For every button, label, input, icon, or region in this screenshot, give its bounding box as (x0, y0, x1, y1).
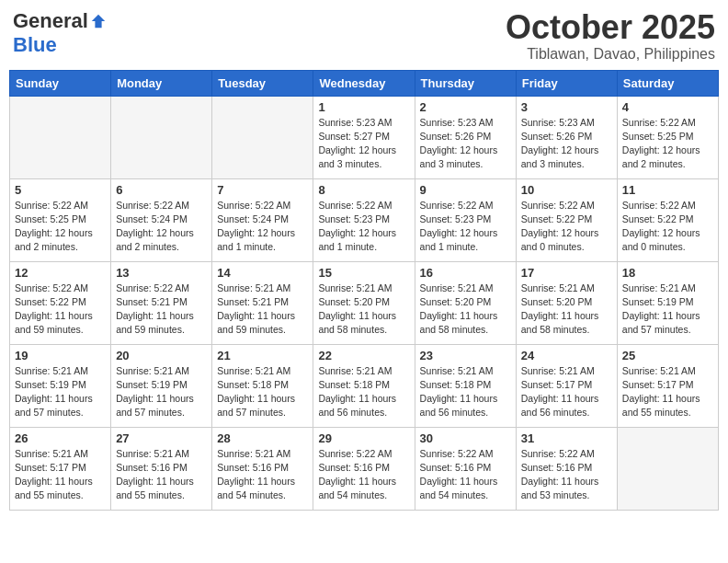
month-title: October 2025 (506, 9, 715, 46)
day-info: Sunrise: 5:21 AM Sunset: 5:18 PM Dayligh… (217, 364, 308, 420)
calendar-cell: 8Sunrise: 5:22 AM Sunset: 5:23 PM Daylig… (313, 178, 415, 261)
day-info: Sunrise: 5:23 AM Sunset: 5:26 PM Dayligh… (420, 116, 511, 172)
day-number: 29 (318, 431, 409, 445)
day-number: 8 (318, 183, 409, 197)
logo-general: General (13, 9, 88, 33)
day-info: Sunrise: 5:21 AM Sunset: 5:18 PM Dayligh… (420, 364, 511, 420)
calendar-cell: 12Sunrise: 5:22 AM Sunset: 5:22 PM Dayli… (10, 261, 111, 344)
weekday-header-row: SundayMondayTuesdayWednesdayThursdayFrid… (10, 70, 719, 96)
weekday-header: Friday (516, 70, 617, 96)
day-info: Sunrise: 5:21 AM Sunset: 5:17 PM Dayligh… (521, 364, 612, 420)
calendar-cell: 5Sunrise: 5:22 AM Sunset: 5:25 PM Daylig… (10, 178, 111, 261)
day-info: Sunrise: 5:21 AM Sunset: 5:19 PM Dayligh… (15, 364, 106, 420)
calendar-cell: 30Sunrise: 5:22 AM Sunset: 5:16 PM Dayli… (415, 427, 516, 510)
day-info: Sunrise: 5:21 AM Sunset: 5:17 PM Dayligh… (622, 364, 713, 420)
day-number: 14 (217, 266, 308, 280)
calendar-cell: 2Sunrise: 5:23 AM Sunset: 5:26 PM Daylig… (415, 96, 516, 178)
calendar-cell: 7Sunrise: 5:22 AM Sunset: 5:24 PM Daylig… (212, 178, 313, 261)
calendar-cell (617, 427, 718, 510)
week-row: 19Sunrise: 5:21 AM Sunset: 5:19 PM Dayli… (10, 344, 719, 427)
day-number: 15 (318, 266, 409, 280)
day-number: 21 (217, 349, 308, 362)
calendar-cell: 1Sunrise: 5:23 AM Sunset: 5:27 PM Daylig… (313, 96, 415, 178)
calendar-cell: 26Sunrise: 5:21 AM Sunset: 5:17 PM Dayli… (10, 427, 111, 510)
day-info: Sunrise: 5:22 AM Sunset: 5:24 PM Dayligh… (116, 199, 207, 255)
calendar-cell: 14Sunrise: 5:21 AM Sunset: 5:21 PM Dayli… (212, 261, 313, 344)
title-block: October 2025 Tiblawan, Davao, Philippine… (506, 9, 715, 63)
day-number: 20 (116, 349, 207, 362)
day-info: Sunrise: 5:21 AM Sunset: 5:21 PM Dayligh… (217, 282, 308, 338)
day-info: Sunrise: 5:23 AM Sunset: 5:27 PM Dayligh… (318, 116, 409, 172)
calendar-cell: 24Sunrise: 5:21 AM Sunset: 5:17 PM Dayli… (516, 344, 617, 427)
location-title: Tiblawan, Davao, Philippines (506, 46, 715, 63)
svg-marker-0 (92, 15, 105, 28)
day-number: 1 (318, 100, 409, 114)
week-row: 26Sunrise: 5:21 AM Sunset: 5:17 PM Dayli… (10, 427, 719, 510)
day-number: 7 (217, 183, 308, 197)
day-info: Sunrise: 5:22 AM Sunset: 5:24 PM Dayligh… (217, 199, 308, 255)
weekday-header: Wednesday (313, 70, 415, 96)
day-info: Sunrise: 5:21 AM Sunset: 5:18 PM Dayligh… (318, 364, 409, 420)
day-info: Sunrise: 5:23 AM Sunset: 5:26 PM Dayligh… (521, 116, 612, 172)
weekday-header: Monday (111, 70, 212, 96)
calendar-cell: 3Sunrise: 5:23 AM Sunset: 5:26 PM Daylig… (516, 96, 617, 178)
calendar-cell: 11Sunrise: 5:22 AM Sunset: 5:22 PM Dayli… (617, 178, 718, 261)
calendar-cell: 22Sunrise: 5:21 AM Sunset: 5:18 PM Dayli… (313, 344, 415, 427)
day-number: 5 (15, 183, 106, 197)
calendar-cell: 6Sunrise: 5:22 AM Sunset: 5:24 PM Daylig… (111, 178, 212, 261)
calendar-cell (111, 96, 212, 178)
weekday-header: Saturday (617, 70, 718, 96)
day-info: Sunrise: 5:21 AM Sunset: 5:19 PM Dayligh… (622, 282, 713, 338)
calendar-cell: 10Sunrise: 5:22 AM Sunset: 5:22 PM Dayli… (516, 178, 617, 261)
day-info: Sunrise: 5:21 AM Sunset: 5:19 PM Dayligh… (116, 364, 207, 420)
calendar-cell: 16Sunrise: 5:21 AM Sunset: 5:20 PM Dayli… (415, 261, 516, 344)
calendar-cell: 23Sunrise: 5:21 AM Sunset: 5:18 PM Dayli… (415, 344, 516, 427)
week-row: 12Sunrise: 5:22 AM Sunset: 5:22 PM Dayli… (10, 261, 719, 344)
weekday-header: Thursday (415, 70, 516, 96)
page-header: General Blue October 2025 Tiblawan, Dava… (9, 9, 719, 63)
day-info: Sunrise: 5:21 AM Sunset: 5:17 PM Dayligh… (15, 447, 106, 503)
calendar-cell (10, 96, 111, 178)
calendar-cell: 9Sunrise: 5:22 AM Sunset: 5:23 PM Daylig… (415, 178, 516, 261)
day-number: 4 (622, 100, 713, 114)
calendar-cell: 27Sunrise: 5:21 AM Sunset: 5:16 PM Dayli… (111, 427, 212, 510)
day-info: Sunrise: 5:22 AM Sunset: 5:22 PM Dayligh… (521, 199, 612, 255)
day-info: Sunrise: 5:22 AM Sunset: 5:23 PM Dayligh… (420, 199, 511, 255)
day-info: Sunrise: 5:22 AM Sunset: 5:16 PM Dayligh… (521, 447, 612, 503)
calendar-cell: 29Sunrise: 5:22 AM Sunset: 5:16 PM Dayli… (313, 427, 415, 510)
weekday-header: Sunday (10, 70, 111, 96)
calendar-cell: 19Sunrise: 5:21 AM Sunset: 5:19 PM Dayli… (10, 344, 111, 427)
day-number: 6 (116, 183, 207, 197)
calendar-cell: 4Sunrise: 5:22 AM Sunset: 5:25 PM Daylig… (617, 96, 718, 178)
day-number: 17 (521, 266, 612, 280)
calendar-cell: 13Sunrise: 5:22 AM Sunset: 5:21 PM Dayli… (111, 261, 212, 344)
day-number: 10 (521, 183, 612, 197)
calendar-cell: 15Sunrise: 5:21 AM Sunset: 5:20 PM Dayli… (313, 261, 415, 344)
calendar-cell: 18Sunrise: 5:21 AM Sunset: 5:19 PM Dayli… (617, 261, 718, 344)
day-number: 19 (15, 349, 106, 362)
calendar-cell (212, 96, 313, 178)
day-info: Sunrise: 5:22 AM Sunset: 5:25 PM Dayligh… (622, 116, 713, 172)
day-info: Sunrise: 5:22 AM Sunset: 5:16 PM Dayligh… (420, 447, 511, 503)
day-info: Sunrise: 5:22 AM Sunset: 5:22 PM Dayligh… (15, 282, 106, 338)
day-info: Sunrise: 5:21 AM Sunset: 5:16 PM Dayligh… (217, 447, 308, 503)
day-number: 3 (521, 100, 612, 114)
day-info: Sunrise: 5:21 AM Sunset: 5:20 PM Dayligh… (420, 282, 511, 338)
day-number: 11 (622, 183, 713, 197)
logo-icon (90, 13, 107, 29)
day-number: 28 (217, 431, 308, 445)
day-info: Sunrise: 5:22 AM Sunset: 5:23 PM Dayligh… (318, 199, 409, 255)
day-number: 16 (420, 266, 511, 280)
day-number: 9 (420, 183, 511, 197)
logo: General Blue (13, 9, 107, 57)
week-row: 5Sunrise: 5:22 AM Sunset: 5:25 PM Daylig… (10, 178, 719, 261)
calendar-cell: 31Sunrise: 5:22 AM Sunset: 5:16 PM Dayli… (516, 427, 617, 510)
day-info: Sunrise: 5:22 AM Sunset: 5:21 PM Dayligh… (116, 282, 207, 338)
day-info: Sunrise: 5:21 AM Sunset: 5:20 PM Dayligh… (521, 282, 612, 338)
day-number: 26 (15, 431, 106, 445)
day-info: Sunrise: 5:21 AM Sunset: 5:20 PM Dayligh… (318, 282, 409, 338)
day-number: 27 (116, 431, 207, 445)
calendar-cell: 21Sunrise: 5:21 AM Sunset: 5:18 PM Dayli… (212, 344, 313, 427)
day-number: 18 (622, 266, 713, 280)
day-info: Sunrise: 5:21 AM Sunset: 5:16 PM Dayligh… (116, 447, 207, 503)
